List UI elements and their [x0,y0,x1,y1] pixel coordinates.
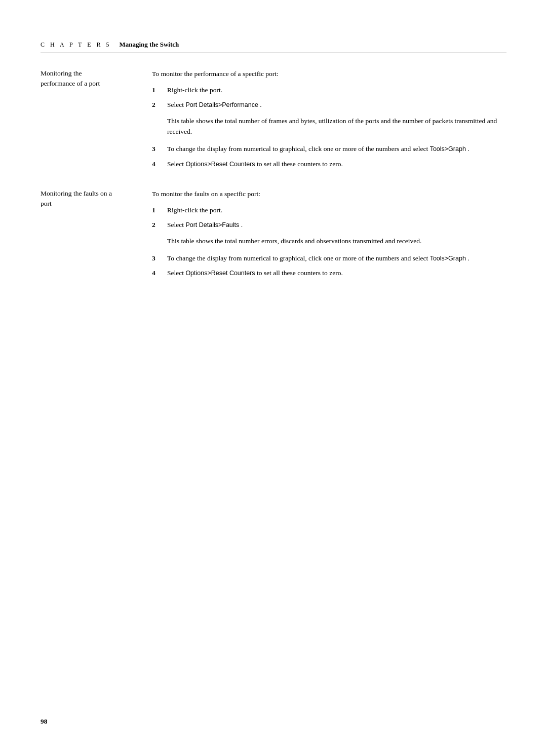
step-perf-4: 4 Select Options>Reset Counters to set a… [152,159,506,170]
note-faults: This table shows the total number errors… [167,236,506,247]
section-label-performance: Monitoring the performance of a port [41,68,152,173]
step-faults-4-suffix: to set all these counters to zero. [255,269,343,277]
step-faults-3-mono: Tools>Graph [430,255,466,262]
step-perf-3-number: 3 [152,143,167,155]
section-label-faults-line2: port [41,200,52,207]
section-label-line2: performance of a port [41,80,100,87]
step-faults-3-number: 3 [152,253,167,264]
chapter-title: Managing the Switch [119,41,179,49]
step-perf-1: 1 Right-click the port. [152,85,506,96]
step-perf-3-mono: Tools>Graph [430,145,466,153]
step-faults-1: 1 Right-click the port. [152,205,506,216]
step-perf-2-mono: Port Details>Performance [185,101,258,108]
step-perf-4-prefix: Select [167,160,185,168]
step-perf-2-number: 2 [152,99,167,110]
step-perf-3-prefix: To change the display from numerical to … [167,145,430,153]
step-faults-4-prefix: Select [167,269,185,277]
step-faults-4: 4 Select Options>Reset Counters to set a… [152,268,506,279]
page: C H A P T E R 5 Managing the Switch Moni… [0,0,547,756]
step-perf-4-mono: Options>Reset Counters [185,161,255,168]
step-faults-3-suffix: . [466,254,470,262]
section-label-faults-line1: Monitoring the faults on a [41,190,112,197]
step-perf-2: 2 Select Port Details>Performance . [152,99,506,110]
note-performance: This table shows the total number of fra… [167,116,506,137]
step-faults-2-number: 2 [152,219,167,231]
page-number: 98 [41,717,48,726]
step-faults-2-prefix: Select [167,221,185,229]
step-faults-3: 3 To change the display from numerical t… [152,253,506,264]
step-perf-3-text: To change the display from numerical to … [167,143,506,155]
step-faults-4-number: 4 [152,268,167,279]
step-perf-3: 3 To change the display from numerical t… [152,143,506,155]
step-perf-2-text: Select Port Details>Performance . [167,99,506,110]
section-label-line1: Monitoring the [41,69,82,77]
step-faults-3-prefix: To change the display from numerical to … [167,254,430,262]
section-monitoring-faults: Monitoring the faults on a port To monit… [41,188,506,283]
step-faults-4-mono: Options>Reset Counters [185,270,255,277]
step-perf-3-suffix: . [466,145,470,153]
step-perf-4-suffix: to set all these counters to zero. [255,160,343,168]
step-perf-2-prefix: Select [167,101,185,108]
steps-list-performance-2: 3 To change the display from numerical t… [152,143,506,169]
step-faults-3-text: To change the display from numerical to … [167,253,506,264]
step-faults-1-number: 1 [152,205,167,216]
content-area: Monitoring the performance of a port To … [41,68,506,293]
step-perf-1-number: 1 [152,85,167,96]
step-faults-2-mono: Port Details>Faults [185,221,239,229]
step-faults-1-text: Right-click the port. [167,205,506,216]
steps-list-faults-2: 3 To change the display from numerical t… [152,253,506,279]
step-perf-4-text: Select Options>Reset Counters to set all… [167,159,506,170]
step-perf-2-suffix: . [258,101,262,108]
step-faults-2: 2 Select Port Details>Faults . [152,219,506,231]
step-faults-4-text: Select Options>Reset Counters to set all… [167,268,506,279]
section-content-performance: To monitor the performance of a specific… [152,68,506,173]
chapter-header: C H A P T E R 5 Managing the Switch [41,41,506,53]
steps-list-faults: 1 Right-click the port. 2 Select Port De… [152,205,506,231]
section-content-faults: To monitor the faults on a specific port… [152,188,506,283]
step-faults-2-suffix: . [239,221,243,229]
section-intro-performance: To monitor the performance of a specific… [152,68,506,80]
section-label-faults: Monitoring the faults on a port [41,188,152,283]
step-perf-4-number: 4 [152,159,167,170]
step-perf-1-text: Right-click the port. [167,85,506,96]
section-intro-faults: To monitor the faults on a specific port… [152,188,506,200]
step-faults-2-text: Select Port Details>Faults . [167,219,506,231]
section-monitoring-performance: Monitoring the performance of a port To … [41,68,506,173]
steps-list-performance: 1 Right-click the port. 2 Select Port De… [152,85,506,110]
chapter-label: C H A P T E R 5 [41,41,111,49]
